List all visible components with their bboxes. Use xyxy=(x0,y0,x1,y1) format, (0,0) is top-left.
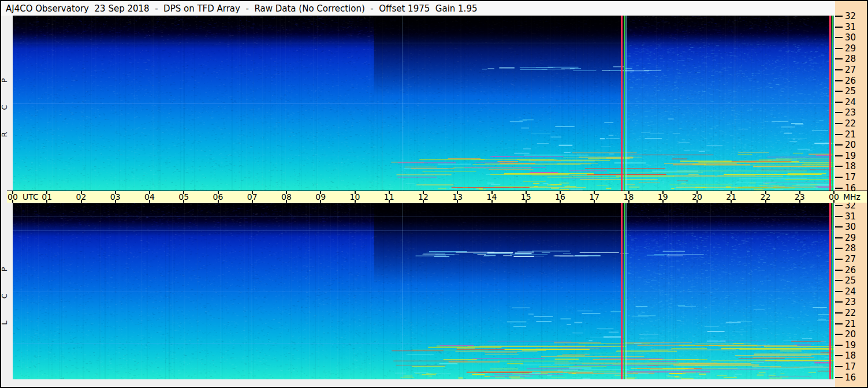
time-tick-label: 01 xyxy=(42,192,52,202)
freq-tick-label: 29 xyxy=(845,233,856,243)
freq-tick-label: 23 xyxy=(845,107,856,118)
freq-tick xyxy=(835,112,843,113)
freq-tick-label: 28 xyxy=(845,243,856,253)
freq-tick xyxy=(835,205,843,206)
freq-tick-label: 25 xyxy=(845,275,856,286)
time-tick-label: 16 xyxy=(555,192,565,202)
time-tick-label: 06 xyxy=(213,192,223,202)
freq-tick-label: 22 xyxy=(845,118,856,129)
freq-tick xyxy=(835,280,843,281)
freq-tick-label: 17 xyxy=(845,172,856,182)
freq-tick-label: 26 xyxy=(845,76,856,86)
freq-tick xyxy=(835,345,843,346)
freq-tick-label: 24 xyxy=(845,286,856,297)
freq-tick-label: 30 xyxy=(845,32,856,43)
freq-tick-label: 17 xyxy=(845,361,856,372)
mhz-unit-label: MHz xyxy=(843,192,860,202)
freq-tick xyxy=(835,248,843,249)
time-tick-label: 13 xyxy=(452,192,463,202)
freq-tick-label: 24 xyxy=(845,97,856,107)
freq-tick-label: 28 xyxy=(845,54,856,64)
freq-tick-label: 19 xyxy=(845,340,856,350)
freq-tick-label: 22 xyxy=(845,308,856,318)
time-tick-label: 00 xyxy=(8,192,18,202)
freq-tick xyxy=(835,144,843,146)
freq-tick xyxy=(835,301,843,303)
time-tick-label: 05 xyxy=(178,192,189,202)
freq-tick xyxy=(835,123,843,124)
freq-tick-label: 27 xyxy=(845,65,856,75)
freq-tick-label: 29 xyxy=(845,43,856,54)
freq-tick-label: 25 xyxy=(845,86,856,96)
freq-tick xyxy=(835,58,843,59)
freq-tick xyxy=(835,37,843,38)
freq-tick xyxy=(835,134,843,135)
freq-tick xyxy=(835,355,843,356)
freq-tick xyxy=(835,377,843,378)
spectrogram-lcp xyxy=(13,203,834,379)
freq-tick-label: 30 xyxy=(845,222,856,232)
time-tick-label: 07 xyxy=(247,192,258,202)
freq-tick-label: 16 xyxy=(845,372,856,383)
time-tick-label: 10 xyxy=(350,192,360,202)
utc-unit-label: UTC xyxy=(23,192,39,202)
freq-tick xyxy=(835,291,843,292)
freq-tick-label: 19 xyxy=(845,151,856,161)
freq-tick xyxy=(835,259,843,260)
freq-tick xyxy=(835,226,843,227)
freq-tick xyxy=(835,177,843,178)
time-tick-label: 19 xyxy=(658,192,668,202)
dps-display-window: AJ4CO Observatory 23 Sep 2018 - DPS on T… xyxy=(0,0,868,388)
freq-tick xyxy=(835,80,843,81)
freq-tick-label: 21 xyxy=(845,319,856,329)
freq-tick xyxy=(835,166,843,167)
freq-tick xyxy=(835,69,843,70)
freq-tick xyxy=(835,16,843,17)
time-tick-label: 23 xyxy=(795,192,805,202)
time-tick-label: 02 xyxy=(76,192,87,202)
spectrogram-rcp xyxy=(13,16,834,191)
freq-tick-label: 23 xyxy=(845,297,856,307)
freq-tick xyxy=(835,216,843,217)
time-tick-label: 18 xyxy=(624,192,634,202)
freq-tick-label: 20 xyxy=(845,329,856,339)
freq-tick-label: 31 xyxy=(845,22,856,32)
freq-tick xyxy=(835,102,843,103)
freq-tick xyxy=(835,91,843,92)
title-bar: AJ4CO Observatory 23 Sep 2018 - DPS on T… xyxy=(1,1,835,16)
freq-tick-label: 18 xyxy=(845,350,856,361)
freq-tick xyxy=(835,27,843,28)
time-tick-label: 17 xyxy=(589,192,599,202)
freq-tick xyxy=(835,366,843,367)
time-axis: UTC MHz 00010203040506070809101112131415… xyxy=(7,191,867,203)
time-tick-label: 21 xyxy=(726,192,736,202)
freq-tick-label: 26 xyxy=(845,265,856,275)
time-tick-label: 11 xyxy=(384,192,394,202)
freq-tick xyxy=(835,270,843,271)
time-tick-label: 00 xyxy=(829,192,839,202)
page-title: AJ4CO Observatory 23 Sep 2018 - DPS on T… xyxy=(6,3,477,14)
freq-tick xyxy=(835,334,843,335)
freq-tick-label: 31 xyxy=(845,211,856,222)
freq-tick-label: 20 xyxy=(845,140,856,150)
freq-tick xyxy=(835,312,843,314)
time-tick-label: 14 xyxy=(487,192,497,202)
freq-tick xyxy=(835,188,843,189)
time-tick-label: 09 xyxy=(315,192,326,202)
time-tick-label: 12 xyxy=(418,192,429,202)
freq-tick-label: 18 xyxy=(845,161,856,171)
time-tick-label: 20 xyxy=(692,192,702,202)
freq-tick xyxy=(835,48,843,49)
freq-tick-label: 27 xyxy=(845,254,856,264)
freq-tick xyxy=(835,237,843,238)
freq-tick-label: 21 xyxy=(845,129,856,140)
time-tick-label: 04 xyxy=(144,192,155,202)
lcp-polarization-label: L C P xyxy=(0,252,12,330)
time-tick-label: 08 xyxy=(281,192,292,202)
freq-tick-label: 32 xyxy=(845,11,856,21)
time-tick-label: 22 xyxy=(761,192,771,202)
time-tick-label: 03 xyxy=(110,192,121,202)
rcp-polarization-label: R C P xyxy=(0,64,12,141)
time-tick-label: 15 xyxy=(521,192,531,202)
freq-tick xyxy=(835,323,843,324)
